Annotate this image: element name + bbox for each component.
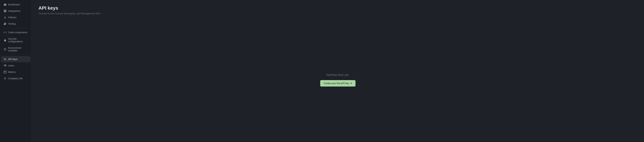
sidebar-item-environment-variables[interactable]: Environment variables	[1, 45, 30, 54]
sidebar-item-label: Metrics	[8, 71, 16, 73]
sidebar: Dashboard Integrations Failures Testing …	[0, 0, 32, 142]
svg-point-15	[5, 78, 6, 79]
sidebar-item-testing[interactable]: Testing	[1, 21, 30, 27]
sidebar-item-label: Testing	[8, 22, 16, 25]
svg-point-5	[6, 23, 6, 24]
page-subtitle: Connect to the Connxio Messaging, and Ma…	[38, 12, 637, 15]
table-icon	[4, 71, 6, 73]
svg-point-8	[5, 49, 6, 50]
users2-icon	[4, 64, 6, 67]
sidebar-item-code-components[interactable]: Code components	[1, 29, 30, 36]
sidebar-item-label: Dashboard	[8, 3, 20, 6]
sidebar-item-api-keys[interactable]: API keys	[1, 56, 30, 62]
sidebar-item-company-info[interactable]: Company info	[1, 76, 30, 82]
svg-rect-12	[4, 71, 6, 73]
sidebar-item-label: API keys	[8, 58, 18, 60]
empty-state: Nothing here yet. Create your first API …	[32, 18, 644, 142]
sidebar-item-metrics[interactable]: Metrics	[1, 69, 30, 75]
main-content: API keys Connect to the Connxio Messagin…	[32, 0, 644, 142]
lock-icon	[4, 39, 6, 42]
svg-point-4	[4, 23, 5, 24]
sidebar-item-integrations[interactable]: Integrations	[1, 8, 30, 14]
create-api-key-label: Create your first API key	[324, 82, 349, 85]
gear-icon	[4, 77, 6, 80]
svg-point-11	[6, 65, 6, 66]
sidebar-item-label: Users	[8, 64, 14, 67]
sidebar-divider-2	[0, 55, 32, 55]
page-header: API keys Connect to the Connxio Messagin…	[32, 0, 644, 18]
svg-rect-3	[5, 11, 6, 12]
sidebar-divider-1	[0, 28, 32, 28]
sidebar-item-label: Integrations	[8, 10, 20, 12]
svg-rect-6	[4, 40, 6, 41]
sidebar-item-users[interactable]: Users	[1, 62, 30, 69]
sidebar-item-label: Failures	[8, 16, 16, 19]
users-icon	[4, 22, 6, 25]
circle-icon	[4, 48, 6, 50]
plus-icon: +	[350, 82, 352, 85]
sidebar-item-label: Company info	[8, 77, 22, 80]
alert-icon	[4, 16, 6, 19]
empty-state-text: Nothing here yet.	[326, 73, 350, 77]
grid-icon	[4, 10, 6, 12]
sidebar-item-label: Security configurations	[8, 38, 28, 43]
svg-rect-1	[5, 10, 6, 11]
code-icon	[4, 31, 6, 34]
page-title: API keys	[38, 6, 637, 11]
svg-rect-2	[4, 11, 5, 12]
create-api-key-button[interactable]: Create your first API key +	[320, 80, 355, 86]
svg-point-10	[4, 64, 5, 66]
home-icon	[4, 3, 6, 6]
sidebar-item-label: Code components	[8, 31, 27, 34]
key-icon	[4, 58, 6, 60]
svg-rect-0	[4, 10, 5, 11]
sidebar-item-security-configurations[interactable]: Security configurations	[1, 36, 30, 44]
sidebar-item-dashboard[interactable]: Dashboard	[1, 2, 30, 8]
sidebar-item-failures[interactable]: Failures	[1, 14, 30, 20]
sidebar-item-label: Environment variables	[8, 46, 28, 52]
